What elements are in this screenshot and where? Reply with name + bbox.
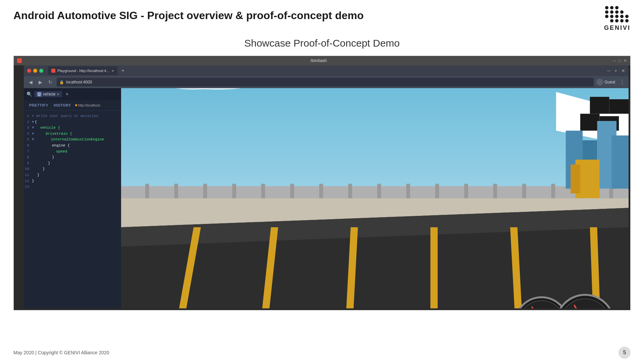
graphql-panel: 🔍 Q vehicle ✕ + PRETTIFY HISTORY http://… bbox=[24, 88, 121, 308]
guest-avatar-icon bbox=[596, 79, 603, 85]
code-line-8: 8 } bbox=[24, 155, 118, 161]
code-line-3: 3 ▼ vehicle { bbox=[24, 125, 118, 131]
logo-dot bbox=[625, 19, 629, 22]
url-status-dot bbox=[75, 104, 77, 106]
win-close-icon[interactable]: ✕ bbox=[621, 68, 625, 73]
win-minimize-icon[interactable]: ─ bbox=[607, 68, 610, 73]
win-restore-icon[interactable]: + bbox=[614, 68, 617, 73]
tab-icon bbox=[51, 69, 55, 73]
window-minimize-btn[interactable] bbox=[33, 69, 37, 73]
prettify-button[interactable]: PRETTIFY bbox=[26, 102, 51, 108]
logo-dot bbox=[605, 10, 608, 14]
browser-content: 🔍 Q vehicle ✕ + PRETTIFY HISTORY http://… bbox=[24, 88, 629, 308]
scene-svg: RPM x 1000 km/h 60 100 140 180 40 20 bbox=[121, 88, 629, 308]
logo-dot bbox=[620, 19, 624, 22]
terminal-maximize[interactable]: □ bbox=[619, 58, 621, 63]
lock-icon: 🔒 bbox=[59, 80, 64, 84]
page-footer: May 2020 | Copyright © GENIVI Alliance 2… bbox=[13, 347, 631, 359]
browser-menu-icon[interactable]: ⋮ bbox=[619, 78, 625, 86]
browser-title-bar: Playground - http://localhost:4... ✕ + ─… bbox=[24, 65, 629, 76]
svg-marker-45 bbox=[430, 227, 438, 308]
logo-dot bbox=[615, 19, 619, 22]
logo-dot bbox=[615, 6, 619, 9]
browser-tab[interactable]: Playground - http://localhost:4... ✕ bbox=[48, 66, 117, 75]
page-title-area: Android Automotive SIG - Project overvie… bbox=[13, 6, 364, 22]
logo-dot bbox=[625, 6, 629, 9]
gql-editor[interactable]: 1 # Write your query or mutation 2 ▼ { 3… bbox=[24, 111, 121, 308]
back-button[interactable]: ◀ bbox=[27, 79, 34, 85]
url-bar[interactable]: 🔒 localhost:4000 bbox=[57, 78, 594, 86]
main-content-area: /bin/bash ─ □ ✕ Playground - http://loca… bbox=[13, 56, 631, 310]
guest-button[interactable]: Guest bbox=[596, 79, 615, 85]
logo-dot bbox=[610, 19, 613, 22]
code-line-9: 9 } bbox=[24, 161, 118, 167]
code-line-2: 2 ▼ { bbox=[24, 119, 118, 125]
logo-dot bbox=[620, 6, 624, 9]
code-line-11: 11 } bbox=[24, 172, 118, 178]
svg-rect-31 bbox=[580, 114, 600, 130]
gql-search-bar: 🔍 Q vehicle ✕ + bbox=[24, 88, 121, 100]
logo-dot bbox=[620, 10, 624, 14]
logo-dot bbox=[610, 15, 613, 18]
code-line-4: 4 ▼ drivetrain { bbox=[24, 131, 118, 137]
scene-panel: RPM x 1000 km/h 60 100 140 180 40 20 bbox=[121, 88, 629, 308]
code-line-12: 12 } bbox=[24, 178, 118, 184]
history-button[interactable]: HISTORY bbox=[51, 102, 74, 108]
window-close-btn[interactable] bbox=[27, 69, 31, 73]
terminal-title: /bin/bash bbox=[24, 58, 613, 63]
gql-toolbar: PRETTIFY HISTORY http://localhost: bbox=[24, 100, 121, 111]
code-line-7: 7 speed bbox=[24, 149, 118, 155]
page-title: Android Automotive SIG - Project overvie… bbox=[13, 9, 364, 22]
footer-copyright: May 2020 | Copyright © GENIVI Alliance 2… bbox=[13, 350, 109, 355]
logo-dot bbox=[610, 6, 613, 9]
terminal-bar: /bin/bash ─ □ ✕ bbox=[14, 56, 630, 65]
url-text: localhost:4000 bbox=[66, 80, 92, 84]
gql-url-indicator: http://localhost: bbox=[75, 104, 101, 107]
page-number: 5 bbox=[619, 347, 631, 359]
search-icon: 🔍 bbox=[26, 92, 32, 97]
tab-label: Playground - http://localhost:4... bbox=[57, 69, 109, 73]
genivi-text: GENIVI bbox=[604, 24, 631, 32]
gql-tab-close[interactable]: ✕ bbox=[57, 93, 59, 96]
gql-tab-label: vehicle bbox=[43, 92, 55, 97]
browser-window: Playground - http://localhost:4... ✕ + ─… bbox=[24, 65, 629, 308]
gql-url-text: http://localhost: bbox=[78, 104, 101, 107]
page-header: Android Automotive SIG - Project overvie… bbox=[0, 0, 644, 34]
guest-label: Guest bbox=[604, 80, 615, 84]
gql-tab-icon: Q bbox=[37, 92, 42, 97]
logo-dot bbox=[625, 15, 629, 18]
logo-dot bbox=[625, 10, 629, 14]
gql-tab[interactable]: Q vehicle ✕ bbox=[34, 91, 62, 97]
browser-window-controls: ─ + ✕ bbox=[607, 68, 625, 73]
svg-rect-30 bbox=[609, 99, 629, 114]
terminal-close-icon[interactable] bbox=[17, 58, 22, 63]
forward-button[interactable]: ▶ bbox=[37, 79, 44, 85]
code-line-6: 6 engine { bbox=[24, 143, 118, 149]
subtitle: Showcase Proof-of-Concept Demo bbox=[0, 38, 644, 49]
tab-close-icon[interactable]: ✕ bbox=[111, 69, 114, 73]
logo-dot bbox=[605, 15, 608, 18]
terminal-close[interactable]: ✕ bbox=[624, 58, 627, 63]
new-tab-icon[interactable]: + bbox=[121, 68, 124, 74]
svg-rect-36 bbox=[612, 135, 629, 189]
logo-dot bbox=[620, 15, 624, 18]
browser-toolbar: ◀ ▶ ↻ 🔒 localhost:4000 Guest ⋮ bbox=[24, 76, 629, 88]
genivi-dots bbox=[605, 6, 629, 22]
code-line-5: 5 ▼ internalCombustionEngine bbox=[24, 137, 118, 143]
refresh-button[interactable]: ↻ bbox=[47, 79, 54, 85]
logo-dot bbox=[605, 19, 608, 22]
terminal-minimize[interactable]: ─ bbox=[613, 58, 616, 63]
logo-dot bbox=[605, 6, 608, 9]
svg-rect-38 bbox=[571, 165, 580, 193]
window-maximize-btn[interactable] bbox=[39, 69, 43, 73]
window-buttons bbox=[27, 69, 43, 73]
svg-rect-29 bbox=[590, 97, 609, 114]
add-tab-icon[interactable]: + bbox=[65, 91, 68, 97]
genivi-logo: GENIVI bbox=[604, 6, 631, 32]
logo-dot bbox=[615, 15, 619, 18]
logo-dot bbox=[610, 10, 613, 14]
code-line-10: 10 } bbox=[24, 166, 118, 172]
terminal-controls: ─ □ ✕ bbox=[613, 58, 627, 63]
logo-dot bbox=[615, 10, 619, 14]
code-line-1: 1 # Write your query or mutation bbox=[24, 113, 118, 119]
